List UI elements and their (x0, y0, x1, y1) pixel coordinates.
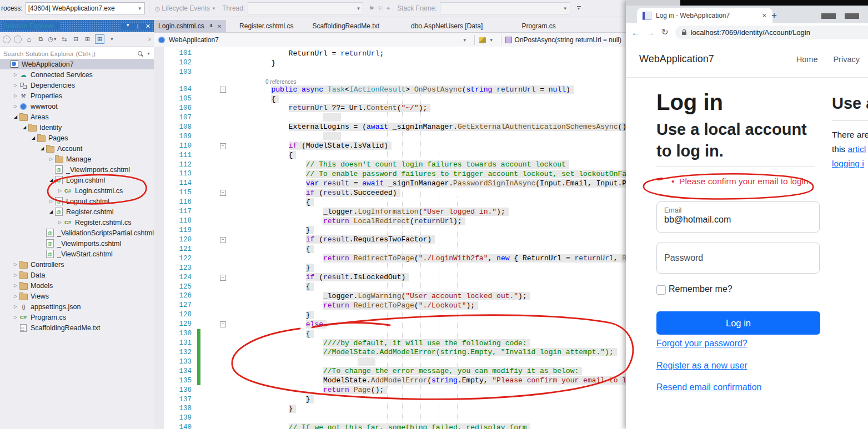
code-line-114[interactable]: 114var result = await _signInManager.Pas… (154, 179, 626, 188)
tree-item-logout-cshtml[interactable]: ▷@Logout.cshtml (0, 196, 154, 206)
breadcrumb-project[interactable]: WebApplication7 (169, 36, 219, 44)
code-line-126[interactable]: 126_logger.LogWarning("User account lock… (154, 291, 626, 301)
flag-icon[interactable]: ⚑ (369, 5, 374, 12)
editor-tab-program-cs[interactable]: Program.cs (517, 20, 560, 32)
code-line-101[interactable]: 101ReturnUrl = returnUrl; (154, 49, 626, 58)
new-tab-button[interactable]: + (771, 10, 777, 21)
code-line-139[interactable]: 139 (154, 413, 626, 423)
expanded-arrow-icon[interactable]: ◢ (48, 209, 54, 214)
lifecycle-events-button[interactable]: Lifecycle Events (162, 4, 210, 12)
code-line-121[interactable]: 121{ (154, 244, 626, 254)
login-button[interactable]: Log in (656, 311, 820, 335)
code-line-124[interactable]: 124−if (result.IsLockedOut) (154, 272, 626, 282)
code-line-104[interactable]: 104−public async Task<IActionResult> OnP… (154, 85, 626, 94)
code-line-120[interactable]: 120−if (result.RequiresTwoFactor) (154, 235, 626, 244)
window-maximize-button[interactable] (845, 13, 859, 19)
code-pane[interactable]: 100101ReturnUrl = returnUrl;102}1030 ref… (154, 47, 626, 429)
scope-keys-icon[interactable] (479, 37, 486, 43)
collapsed-arrow-icon[interactable]: ▷ (48, 199, 54, 204)
code-line-103[interactable]: 103 (154, 68, 626, 77)
nav-link-home[interactable]: Home (796, 55, 818, 64)
tree-item--validationscriptspartial-cshtml[interactable]: @_ValidationScriptsPartial.cshtml (0, 228, 154, 238)
code-line-140[interactable]: 140// If we got this far, something fail… (154, 423, 626, 429)
chevron-down-icon[interactable]: ▼ (108, 35, 116, 43)
tree-item-controllers[interactable]: ▷Controllers (0, 259, 154, 270)
tab-close-icon[interactable]: ✕ (217, 23, 222, 29)
remember-me-checkbox[interactable] (656, 285, 666, 295)
back-icon[interactable]: ← (631, 28, 640, 37)
collapsed-arrow-icon[interactable]: ▷ (57, 188, 63, 193)
editor-tab-login-cshtml-cs[interactable]: Login.cshtml.cs✕ (154, 20, 226, 32)
home-icon[interactable]: ⌂ (25, 35, 33, 43)
collapsed-arrow-icon[interactable]: ▷ (12, 262, 19, 267)
code-line-129[interactable]: 129−else (154, 320, 626, 329)
tree-item-connected-services[interactable]: ▷☁Connected Services (0, 69, 154, 80)
tree-item-pages[interactable]: ◢Pages (0, 133, 154, 143)
show-all-files-icon[interactable]: ⊞ (95, 34, 104, 44)
reload-icon[interactable]: ↻ (661, 27, 669, 37)
collapse-region-icon[interactable]: − (220, 190, 226, 196)
tree-item-register-cshtml[interactable]: ◢@Register.cshtml (0, 206, 154, 217)
tree-item-data[interactable]: ▷Data (0, 270, 154, 280)
collapse-region-icon[interactable]: − (220, 143, 226, 149)
frame-jump-icon[interactable]: ⌖ (387, 5, 390, 12)
flag-outline-icon[interactable]: ⚐ (378, 5, 383, 12)
tree-item-register-cshtml-cs[interactable]: ▷C#Register.cshtml.cs (0, 217, 154, 228)
code-line-112[interactable]: 112// This doesn't count login failures … (154, 160, 626, 169)
breadcrumb-member[interactable]: OnPostAsync(string returnUrl = null) (515, 36, 621, 44)
code-editor[interactable]: 100101ReturnUrl = returnUrl;102}1030 ref… (154, 47, 626, 429)
collapsed-arrow-icon[interactable]: ▷ (12, 83, 19, 88)
tree-item-account[interactable]: ◢Account (0, 143, 154, 154)
tree-item-wwwroot[interactable]: ▷wwwroot (0, 101, 154, 112)
link-resend-email-confirmation[interactable]: Resend email confirmation (656, 382, 761, 392)
link-forgot-your-password-[interactable]: Forgot your password? (656, 339, 747, 349)
properties-icon[interactable]: ⊞ (83, 35, 92, 43)
link-register-as-a-new-user[interactable]: Register as a new user (656, 361, 747, 371)
expanded-arrow-icon[interactable]: ◢ (39, 146, 46, 151)
tree-item--viewstart-cshtml[interactable]: @_ViewStart.cshtml (0, 249, 154, 259)
external-article-link[interactable]: logging i (832, 159, 864, 168)
solution-explorer-titlebar[interactable]: Solution Explorer ▼ ⊥ ✕ (0, 20, 154, 32)
expanded-arrow-icon[interactable]: ◢ (30, 135, 37, 140)
browser-tab[interactable]: Log in - WebApplication7 ✕ (637, 8, 772, 23)
tree-item-identity[interactable]: ◢Identity (0, 122, 154, 133)
collapsed-arrow-icon[interactable]: ▷ (48, 157, 54, 161)
stack-frame-combobox[interactable]: ▼ (440, 2, 570, 14)
code-line-123[interactable]: 123} (154, 263, 626, 272)
code-line-133[interactable]: 133 (154, 357, 626, 366)
code-line-117[interactable]: 117_logger.LogInformation("User logged i… (154, 207, 626, 216)
nav-link-privacy[interactable]: Privacy (833, 55, 860, 64)
code-line-118[interactable]: 118return LocalRedirect(returnUrl); (154, 216, 626, 226)
code-line-102[interactable]: 102} (154, 58, 626, 68)
overflow-icon[interactable]: » (148, 36, 151, 42)
site-brand[interactable]: WebApplication7 (639, 53, 714, 65)
code-line-113[interactable]: 113// To enable password failures to tri… (154, 169, 626, 179)
tree-item-models[interactable]: ▷Models (0, 280, 154, 291)
collapse-region-icon[interactable]: − (220, 237, 226, 243)
tree-item-webapplication7[interactable]: WebApplication7 (0, 59, 154, 69)
back-icon[interactable]: ‹ (3, 36, 11, 43)
code-line-116[interactable]: 116{ (154, 198, 626, 207)
address-bar[interactable]: localhost:7069/Identity/Account/Login (675, 26, 868, 39)
expanded-arrow-icon[interactable]: ◢ (12, 114, 19, 119)
codelens-references[interactable]: 0 references (154, 77, 626, 85)
collapse-region-icon[interactable]: − (220, 275, 226, 281)
code-line-105[interactable]: 105{ (154, 94, 626, 104)
code-line-127[interactable]: 127return RedirectToPage("./Lockout"); (154, 301, 626, 310)
tree-item-views[interactable]: ▷Views (0, 291, 154, 301)
tree-item-manage[interactable]: ▷Manage (0, 154, 154, 164)
close-icon[interactable]: ✕ (145, 23, 150, 30)
code-line-108[interactable]: 108ExternalLogins = (await _signInManage… (154, 122, 626, 132)
collapse-all-icon[interactable]: ⊟ (72, 35, 80, 43)
collapsed-arrow-icon[interactable]: ▷ (12, 304, 19, 309)
toolbar-options-icon[interactable]: ▼ (577, 6, 581, 11)
tree-item-dependencies[interactable]: ▷Dependencies (0, 80, 154, 90)
editor-tab-dbo-aspnetusers-data-[interactable]: dbo.AspNetUsers [Data] (407, 20, 487, 32)
code-line-137[interactable]: 137} (154, 395, 626, 404)
code-line-111[interactable]: 111{ (154, 150, 626, 160)
chevron-down-icon[interactable]: ▼ (126, 23, 130, 30)
editor-tab-scaffoldingreadme-txt[interactable]: ScaffoldingReadMe.txt (308, 20, 384, 32)
tree-item-login-cshtml[interactable]: ◢@Login.cshtml (0, 175, 154, 185)
tab-close-icon[interactable]: ✕ (762, 12, 767, 19)
chevron-down-icon[interactable]: ▼ (489, 38, 494, 43)
